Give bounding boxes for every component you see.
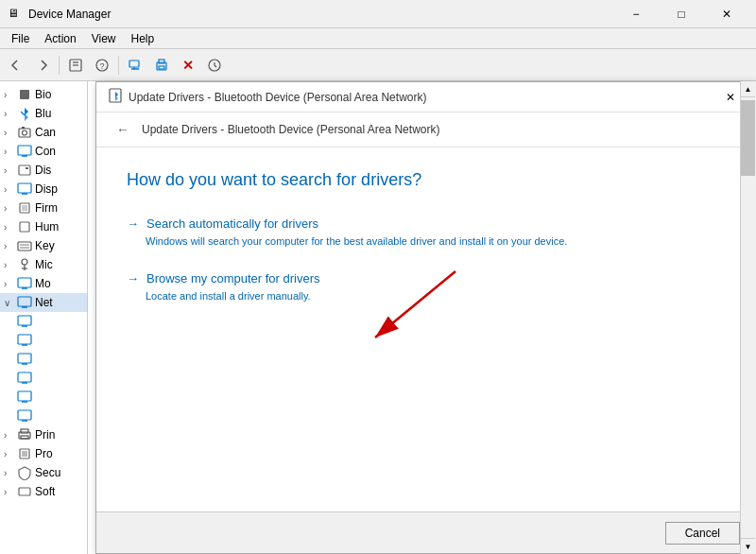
net-adapter-icon-3 bbox=[17, 352, 32, 367]
search-auto-desc: Windows will search your computer for th… bbox=[146, 234, 725, 249]
tree-item-firmware[interactable]: › Firm bbox=[0, 199, 87, 217]
scrollbar: ▲ ▼ bbox=[740, 81, 756, 554]
tree-item-net-child-4[interactable] bbox=[0, 369, 87, 388]
modal-title-icon bbox=[108, 88, 123, 106]
toolbar-scan[interactable] bbox=[123, 53, 147, 78]
expand-icon: › bbox=[4, 487, 17, 497]
modal-nav-title: Update Drivers - Bluetooth Device (Perso… bbox=[142, 123, 439, 136]
svg-rect-22 bbox=[18, 183, 31, 193]
svg-rect-44 bbox=[18, 372, 31, 382]
tree-item-bio[interactable]: › Bio bbox=[0, 85, 87, 104]
window-controls: − □ ✕ bbox=[614, 0, 748, 28]
tree-item-software[interactable]: › Soft bbox=[0, 482, 87, 501]
toolbar-print[interactable] bbox=[149, 53, 174, 78]
title-bar: 🖥 Device Manager − □ ✕ bbox=[0, 0, 756, 28]
chip-icon bbox=[17, 87, 32, 102]
tree-item-controller[interactable]: › Con bbox=[0, 142, 87, 161]
modal-back-button[interactable]: ← bbox=[112, 118, 134, 141]
app-icon: 🖥 bbox=[8, 7, 23, 22]
menu-help[interactable]: Help bbox=[124, 30, 163, 47]
svg-rect-20 bbox=[19, 165, 30, 175]
usb-icon bbox=[17, 257, 32, 272]
browse-computer-option[interactable]: → Browse my computer for drivers Locate … bbox=[127, 271, 725, 303]
tree-item-disk[interactable]: › Dis bbox=[0, 161, 87, 180]
svg-rect-25 bbox=[22, 205, 27, 211]
tree-item-network[interactable]: ∨ Net bbox=[0, 293, 87, 312]
expand-icon: › bbox=[4, 241, 17, 251]
tree-item-net-child-6[interactable] bbox=[0, 407, 87, 425]
svg-text:?: ? bbox=[99, 61, 104, 71]
menu-action[interactable]: Action bbox=[37, 30, 83, 47]
svg-rect-48 bbox=[18, 410, 31, 420]
expand-icon: › bbox=[4, 147, 17, 157]
net-adapter-icon-6 bbox=[17, 408, 32, 424]
menu-file[interactable]: File bbox=[4, 30, 37, 47]
tree-item-net-child-1[interactable] bbox=[0, 312, 87, 331]
expand-icon: › bbox=[4, 203, 17, 214]
svg-rect-16 bbox=[22, 127, 25, 129]
close-button[interactable]: ✕ bbox=[705, 0, 748, 28]
scrollbar-down-button[interactable]: ▼ bbox=[741, 538, 755, 554]
svg-rect-52 bbox=[21, 436, 28, 439]
svg-rect-10 bbox=[159, 66, 164, 69]
tree-item-display[interactable]: › Disp bbox=[0, 180, 87, 199]
tree-item-camera[interactable]: › Can bbox=[0, 123, 87, 142]
content-area: Update Drivers - Bluetooth Device (Perso… bbox=[88, 81, 756, 554]
toolbar-update[interactable] bbox=[202, 53, 227, 78]
toolbar-help[interactable]: ? bbox=[90, 53, 114, 78]
tree-item-printers[interactable]: › Prin bbox=[0, 425, 87, 444]
expand-icon: › bbox=[4, 165, 17, 176]
browse-title[interactable]: → Browse my computer for drivers bbox=[127, 271, 725, 286]
expand-icon: ∨ bbox=[4, 298, 17, 308]
tree-item-processors[interactable]: › Pro bbox=[0, 444, 87, 463]
expand-icon: › bbox=[4, 468, 17, 478]
software-icon bbox=[17, 484, 32, 499]
expand-icon: › bbox=[4, 128, 17, 138]
svg-rect-12 bbox=[20, 90, 29, 99]
tree-item-net-child-5[interactable] bbox=[0, 388, 87, 407]
update-drivers-dialog: Update Drivers - Bluetooth Device (Perso… bbox=[95, 81, 756, 554]
tree-item-net-child-3[interactable] bbox=[0, 350, 87, 369]
main-area: › Bio › Blu › Can › Con › Dis bbox=[0, 81, 756, 554]
scrollbar-up-button[interactable]: ▲ bbox=[741, 81, 755, 97]
expand-icon: › bbox=[4, 430, 17, 441]
minimize-button[interactable]: − bbox=[614, 0, 658, 28]
svg-rect-38 bbox=[18, 316, 31, 325]
toolbar-forward[interactable] bbox=[30, 53, 55, 78]
maximize-button[interactable]: □ bbox=[660, 0, 703, 28]
display-icon bbox=[17, 182, 32, 197]
svg-rect-5 bbox=[129, 61, 139, 67]
tree-item-monitors[interactable]: › Mo bbox=[0, 274, 87, 293]
toolbar-back[interactable] bbox=[4, 53, 28, 78]
expand-icon: › bbox=[4, 260, 17, 270]
svg-rect-46 bbox=[18, 391, 31, 401]
net-adapter-icon-4 bbox=[17, 371, 32, 386]
tree-item-net-child-2[interactable] bbox=[0, 331, 87, 350]
hum-icon bbox=[17, 219, 32, 234]
svg-rect-42 bbox=[18, 354, 31, 363]
tree-item-keyboard[interactable]: › Key bbox=[0, 236, 87, 255]
svg-rect-21 bbox=[26, 167, 28, 169]
modal-title-text: Update Drivers - Bluetooth Device (Perso… bbox=[129, 91, 717, 104]
tree-item-bluetooth[interactable]: › Blu bbox=[0, 104, 87, 123]
menu-view[interactable]: View bbox=[84, 30, 124, 47]
toolbar-properties[interactable] bbox=[63, 53, 88, 78]
search-auto-title[interactable]: → Search automatically for drivers bbox=[127, 216, 725, 231]
expand-icon: › bbox=[4, 279, 17, 289]
security-icon bbox=[17, 465, 32, 480]
tree-item-mice[interactable]: › Mic bbox=[0, 255, 87, 274]
expand-icon: › bbox=[4, 184, 17, 195]
monitors-icon bbox=[17, 276, 32, 291]
search-automatically-option[interactable]: → Search automatically for drivers Windo… bbox=[127, 216, 725, 249]
disk-icon bbox=[17, 163, 32, 178]
svg-rect-33 bbox=[18, 278, 31, 287]
tree-item-hum[interactable]: › Hum bbox=[0, 217, 87, 236]
scrollbar-thumb[interactable] bbox=[741, 100, 755, 176]
keyboard-icon bbox=[17, 238, 32, 253]
tree-item-security[interactable]: › Secu bbox=[0, 463, 87, 482]
cancel-button[interactable]: Cancel bbox=[665, 522, 740, 545]
monitor-icon-con bbox=[17, 144, 32, 159]
modal-body: How do you want to search for drivers? →… bbox=[96, 147, 755, 350]
toolbar-remove[interactable]: ✕ bbox=[176, 53, 200, 78]
search-auto-arrow: → bbox=[127, 216, 139, 231]
